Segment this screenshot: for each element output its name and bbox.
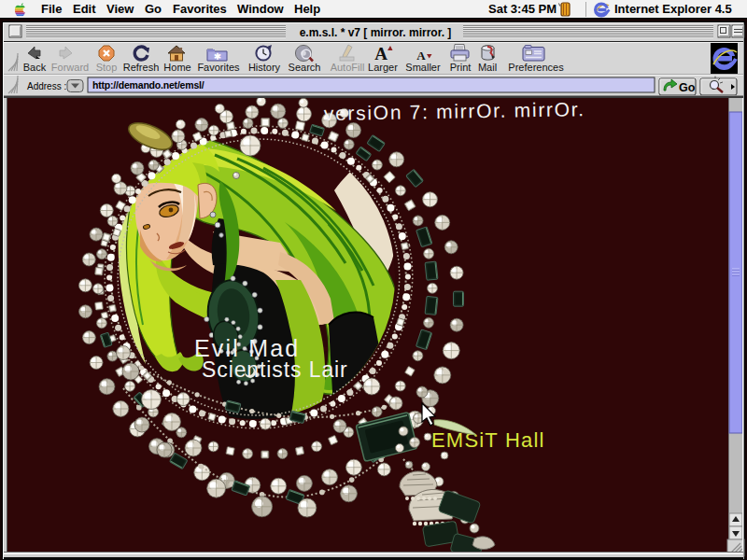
svg-text:Internet Explorer 4.5: Internet Explorer 4.5	[614, 2, 732, 16]
svg-text:Edit: Edit	[73, 2, 96, 16]
svg-text:A: A	[374, 44, 388, 63]
svg-text:Favorites: Favorites	[197, 62, 240, 73]
svg-text:versiOn 7: mirrOr. mirrOr.: versiOn 7: mirrOr. mirrOr.	[324, 98, 585, 124]
svg-text:e.m.s.l. * v7 [ mirror. mirror: e.m.s.l. * v7 [ mirror. mirror. ]	[300, 26, 452, 39]
svg-text:History: History	[248, 62, 281, 73]
svg-text:Favorites: Favorites	[173, 2, 227, 16]
svg-text:Larger: Larger	[368, 62, 398, 73]
svg-text:Refresh: Refresh	[123, 62, 160, 73]
svg-text:Search: Search	[289, 62, 321, 73]
svg-text:Window: Window	[237, 2, 285, 16]
svg-text:Mail: Mail	[478, 62, 497, 73]
svg-text:http://demando.net/emsl/: http://demando.net/emsl/	[92, 79, 204, 91]
svg-text:Address :: Address :	[27, 81, 66, 91]
svg-text:EMSiT Hall: EMSiT Hall	[431, 428, 545, 452]
svg-text:A: A	[416, 49, 426, 63]
svg-text:Home: Home	[163, 62, 190, 73]
svg-text:Go: Go	[145, 2, 162, 16]
svg-text:✱: ✱	[214, 51, 221, 62]
svg-text:Scientists Lair: Scientists Lair	[202, 357, 348, 382]
svg-text:Help: Help	[294, 2, 320, 16]
svg-text:Smaller: Smaller	[405, 62, 441, 73]
svg-text:Go: Go	[679, 81, 696, 94]
svg-text:Stop: Stop	[96, 62, 118, 73]
svg-text:Print: Print	[450, 62, 472, 73]
svg-text:Preferences: Preferences	[508, 62, 564, 73]
svg-text:AutoFill: AutoFill	[331, 62, 365, 73]
svg-text:Forward: Forward	[51, 62, 89, 73]
svg-text:View: View	[106, 2, 134, 16]
svg-text:File: File	[41, 2, 62, 16]
svg-text:Back: Back	[23, 62, 47, 73]
svg-text:Sat 3:45 PM: Sat 3:45 PM	[488, 2, 557, 16]
